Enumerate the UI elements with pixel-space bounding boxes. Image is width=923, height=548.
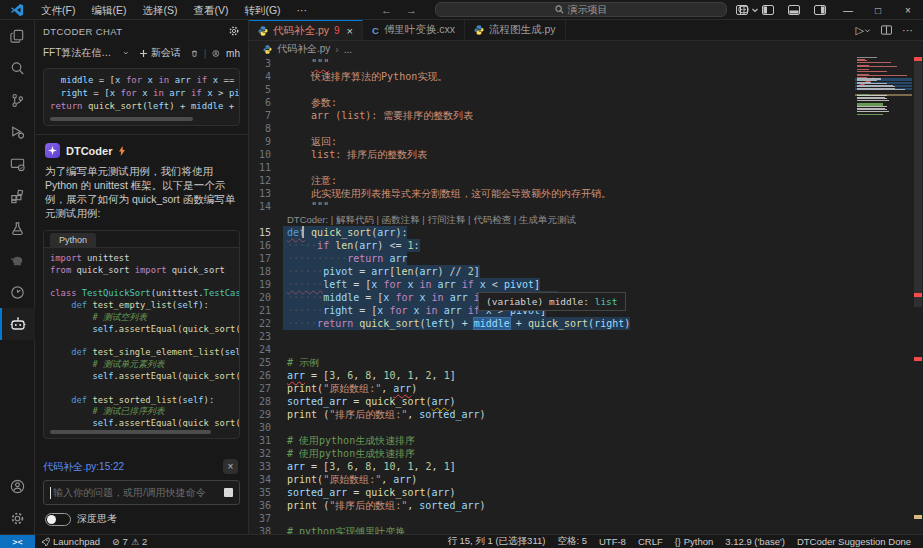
account-icon[interactable] bbox=[0, 470, 35, 502]
code-line[interactable]: 13 此实现使用列表推导式来分割数组，这可能会导致额外的内存开销。 bbox=[249, 187, 923, 200]
toggle-panel-icon[interactable] bbox=[781, 0, 807, 20]
session-dropdown[interactable]: FFT算法在信号处理中... bbox=[43, 46, 117, 60]
robot-chat-icon[interactable] bbox=[0, 308, 35, 340]
window-minimize-button[interactable]: — bbox=[833, 0, 863, 20]
chat-input[interactable]: 输入你的问题，或用/调用快捷命令 bbox=[43, 480, 240, 505]
teapot-icon[interactable] bbox=[0, 244, 35, 276]
horizontal-scrollbar[interactable] bbox=[50, 430, 233, 434]
problems-item[interactable]: ⊘ 7 ⚠ 2 bbox=[106, 536, 153, 547]
menu-view[interactable]: 查看(V) bbox=[185, 0, 236, 20]
code-line[interactable]: 12 注意: bbox=[249, 174, 923, 187]
code-line[interactable]: 11 bbox=[249, 161, 923, 174]
code-line[interactable]: 7 arr (list): 需要排序的整数列表 bbox=[249, 109, 923, 122]
horizontal-scrollbar[interactable] bbox=[50, 117, 233, 121]
code-line[interactable]: 34print("原始数组:", arr) bbox=[249, 473, 923, 486]
command-center-search[interactable]: 演示项目 bbox=[435, 2, 727, 17]
tab-flowchart-gen[interactable]: 流程图生成.py bbox=[465, 20, 566, 40]
code-line[interactable]: 8 bbox=[249, 122, 923, 135]
code-line[interactable]: 10 list: 排序后的整数列表 bbox=[249, 148, 923, 161]
remote-indicator[interactable]: >< bbox=[0, 535, 35, 548]
code-line[interactable]: 30 bbox=[249, 421, 923, 434]
run-debug-icon[interactable] bbox=[0, 116, 35, 148]
code-line[interactable]: 22·····return quick_sort(left) + middle … bbox=[249, 317, 923, 330]
context-reference-chip[interactable]: 代码补全.py:15:22 bbox=[43, 460, 223, 474]
code-line[interactable]: 24 bbox=[249, 343, 923, 356]
cursor-position-item[interactable]: 行 15, 列 1 (已选择311) bbox=[441, 535, 551, 548]
account-avatar-icon[interactable] bbox=[212, 48, 220, 59]
explorer-icon[interactable] bbox=[0, 20, 35, 52]
chevron-down-icon[interactable] bbox=[123, 49, 129, 57]
menu-edit[interactable]: 编辑(E) bbox=[83, 0, 134, 20]
dtcoder-suggestion-item[interactable]: DTCoder Suggestion Done bbox=[791, 536, 917, 547]
breadcrumb-file[interactable]: 代码补全.py bbox=[277, 42, 330, 56]
code-line[interactable]: 28sorted_arr = quick_sort(arr) bbox=[249, 395, 923, 408]
breadcrumb[interactable]: 代码补全.py › ... bbox=[249, 41, 923, 57]
menu-more[interactable]: ··· bbox=[289, 0, 316, 20]
code-line[interactable]: 31# 使用python生成快速排序 bbox=[249, 434, 923, 447]
code-line[interactable]: 33arr = [3, 6, 8, 10, 1, 2, 1] bbox=[249, 460, 923, 473]
code-line[interactable]: 15def quick_sort(arr): bbox=[249, 226, 923, 239]
code-line[interactable]: 3 """ bbox=[249, 57, 923, 70]
remote-explorer-icon[interactable] bbox=[0, 148, 35, 180]
toggle-secondary-sidebar-icon[interactable] bbox=[807, 0, 833, 20]
breadcrumb-more[interactable]: ... bbox=[344, 44, 352, 55]
code-line[interactable]: 25# 示例 bbox=[249, 356, 923, 369]
menu-selection[interactable]: 选择(S) bbox=[134, 0, 185, 20]
new-session-button[interactable]: 新会话 bbox=[139, 46, 181, 60]
more-actions-icon[interactable]: ··· bbox=[902, 24, 913, 36]
run-button[interactable]: ▷ bbox=[856, 24, 871, 37]
menu-goto[interactable]: 转到(G) bbox=[236, 0, 288, 20]
indentation-item[interactable]: 空格: 5 bbox=[551, 535, 593, 548]
toggle-columns-icon[interactable] bbox=[729, 0, 755, 20]
settings-gear-icon[interactable] bbox=[0, 502, 35, 534]
nav-forward-icon[interactable]: → bbox=[406, 4, 417, 16]
source-control-icon[interactable] bbox=[0, 84, 35, 116]
code-line[interactable]: 19······left = [x for x in arr if x < pi… bbox=[249, 278, 923, 291]
search-icon[interactable] bbox=[0, 52, 35, 84]
encoding-item[interactable]: UTF-8 bbox=[593, 536, 632, 547]
deep-think-toggle[interactable] bbox=[45, 513, 71, 526]
code-line[interactable]: 35sorted_arr = quick_sort(arr) bbox=[249, 486, 923, 499]
code-line[interactable]: 32# 使用python生成快速排序 bbox=[249, 447, 923, 460]
split-editor-icon[interactable] bbox=[881, 25, 892, 35]
code-editor[interactable]: 3 """4 快速排序算法的Python实现。56 参数:7 arr (list… bbox=[249, 57, 923, 534]
tab-code-completion[interactable]: 代码补全.py 9 × bbox=[249, 20, 363, 40]
codelens-actions[interactable]: DTCoder: | 解释代码 | 函数注释 | 行间注释 | 代码检查 | 生… bbox=[249, 213, 923, 226]
window-maximize-button[interactable]: □ bbox=[863, 0, 893, 20]
minimap[interactable] bbox=[855, 57, 912, 307]
trash-icon[interactable] bbox=[191, 48, 198, 59]
menu-file[interactable]: 文件(F) bbox=[33, 0, 83, 20]
code-lang-tab[interactable]: Python bbox=[50, 233, 96, 247]
tab-fourier-transform[interactable]: C 傅里叶变换.cxx bbox=[363, 20, 465, 40]
test-beaker-icon[interactable] bbox=[0, 212, 35, 244]
code-line[interactable]: 14 """ bbox=[249, 200, 923, 213]
context-close-icon[interactable]: × bbox=[223, 459, 238, 474]
clock-icon[interactable] bbox=[0, 276, 35, 308]
code-line[interactable]: 5 bbox=[249, 83, 923, 96]
code-line[interactable]: 37 bbox=[249, 512, 923, 525]
code-line[interactable]: 9 返回: bbox=[249, 135, 923, 148]
nav-back-icon[interactable]: ← bbox=[381, 4, 392, 16]
language-item[interactable]: {} Python bbox=[669, 536, 720, 547]
account-name[interactable]: mh bbox=[226, 48, 240, 59]
editor-scrollbar[interactable] bbox=[913, 57, 923, 534]
code-line[interactable]: 27print("原始数组:", arr) bbox=[249, 382, 923, 395]
send-stop-button[interactable] bbox=[224, 488, 233, 497]
code-line[interactable]: 36print ("排序后的数组:", sorted_arr) bbox=[249, 499, 923, 512]
chat-settings-gear-icon[interactable] bbox=[228, 25, 240, 37]
window-close-button[interactable]: × bbox=[893, 0, 923, 20]
code-line[interactable]: 38# python实现傅里叶变换 bbox=[249, 525, 923, 534]
toggle-sidebar-icon[interactable] bbox=[755, 0, 781, 20]
code-line[interactable]: 4 快速排序算法的Python实现。 bbox=[249, 70, 923, 83]
code-line[interactable]: 16·····if len(arr) <= 1: bbox=[249, 239, 923, 252]
code-line[interactable]: 29print ("排序后的数组:", sorted_arr) bbox=[249, 408, 923, 421]
extensions-icon[interactable] bbox=[0, 180, 35, 212]
tab-close-icon[interactable]: × bbox=[347, 25, 353, 37]
python-interpreter-item[interactable]: 3.12.9 ('base') bbox=[719, 536, 791, 547]
code-line[interactable]: 23 bbox=[249, 330, 923, 343]
eol-item[interactable]: CRLF bbox=[632, 536, 669, 547]
code-line[interactable]: 18······pivot = arr[len(arr) // 2] bbox=[249, 265, 923, 278]
code-line[interactable]: 17··········return arr bbox=[249, 252, 923, 265]
launchpad-item[interactable]: Launchpad bbox=[35, 536, 106, 547]
code-line[interactable]: 6 参数: bbox=[249, 96, 923, 109]
